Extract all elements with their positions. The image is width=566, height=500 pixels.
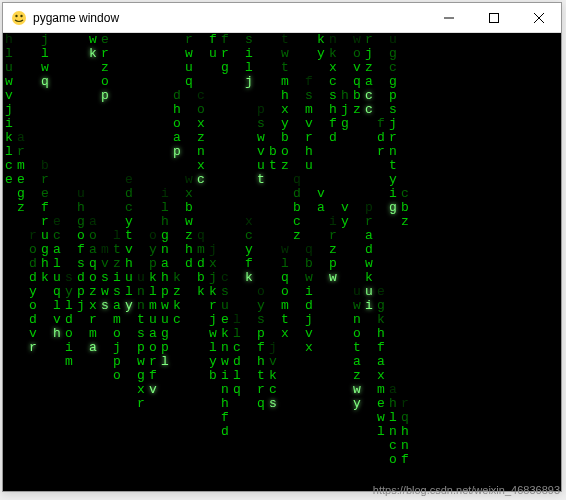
- matrix-char: w: [99, 285, 111, 299]
- matrix-char: o: [255, 285, 267, 299]
- matrix-char: f: [219, 33, 231, 47]
- matrix-column: egkhfaxmewl: [375, 285, 387, 439]
- matrix-char: c: [231, 341, 243, 355]
- matrix-char: n: [219, 383, 231, 397]
- matrix-char: a: [375, 355, 387, 369]
- matrix-char: j: [339, 103, 351, 117]
- matrix-char: u: [123, 271, 135, 285]
- matrix-column: nkxcshfd: [327, 33, 339, 145]
- matrix-column: jvkcs: [267, 341, 279, 411]
- matrix-char: s: [99, 299, 111, 313]
- matrix-char: j: [3, 103, 15, 117]
- matrix-char: l: [39, 47, 51, 61]
- matrix-char: a: [111, 299, 123, 313]
- matrix-column: rqhnf: [399, 397, 411, 467]
- matrix-char: m: [15, 159, 27, 173]
- window-controls: [426, 3, 561, 32]
- matrix-char: z: [291, 229, 303, 243]
- matrix-char: w: [303, 271, 315, 285]
- maximize-button[interactable]: [471, 3, 516, 32]
- matrix-char: z: [279, 159, 291, 173]
- watermark-text: https://blog.csdn.net/weixin_46836893: [373, 484, 560, 496]
- matrix-char: u: [39, 229, 51, 243]
- matrix-char: z: [111, 257, 123, 271]
- matrix-column: wovqbz: [351, 33, 363, 117]
- matrix-column: fu: [207, 33, 219, 61]
- matrix-column: oypklmuaorfv: [147, 229, 159, 397]
- matrix-char: t: [255, 173, 267, 187]
- matrix-char: k: [363, 271, 375, 285]
- matrix-char: z: [351, 103, 363, 117]
- matrix-column: jlwq: [39, 33, 51, 89]
- matrix-column: ecaluqlvh: [51, 215, 63, 341]
- matrix-column: oyspfhtrq: [255, 285, 267, 411]
- matrix-char: d: [183, 257, 195, 271]
- matrix-char: s: [387, 103, 399, 117]
- matrix-char: i: [159, 187, 171, 201]
- matrix-char: t: [279, 61, 291, 75]
- matrix-column: hjg: [339, 89, 351, 131]
- matrix-char: u: [219, 299, 231, 313]
- matrix-char: j: [267, 341, 279, 355]
- matrix-char: s: [99, 271, 111, 285]
- minimize-button[interactable]: [426, 3, 471, 32]
- matrix-column: llcdlq: [231, 313, 243, 397]
- close-button[interactable]: [516, 3, 561, 32]
- matrix-char: r: [15, 145, 27, 159]
- matrix-char: h: [399, 425, 411, 439]
- matrix-char: n: [135, 299, 147, 313]
- matrix-char: u: [351, 285, 363, 299]
- matrix-char: h: [219, 397, 231, 411]
- minimize-icon: [444, 13, 454, 23]
- matrix-char: c: [387, 439, 399, 453]
- app-window: pygame window hluwvjiklcearmegzroddyodvr…: [2, 2, 562, 492]
- matrix-char: h: [279, 89, 291, 103]
- matrix-char: h: [327, 103, 339, 117]
- matrix-char: u: [255, 159, 267, 173]
- matrix-char: n: [135, 285, 147, 299]
- window-title: pygame window: [33, 11, 426, 25]
- matrix-char: p: [135, 341, 147, 355]
- matrix-char: y: [27, 285, 39, 299]
- matrix-char: l: [231, 313, 243, 327]
- matrix-char: o: [99, 75, 111, 89]
- matrix-char: l: [3, 47, 15, 61]
- matrix-char: d: [375, 131, 387, 145]
- titlebar[interactable]: pygame window: [3, 3, 561, 33]
- matrix-column: irzpw: [327, 215, 339, 285]
- matrix-char: l: [159, 201, 171, 215]
- matrix-char: b: [195, 271, 207, 285]
- matrix-char: l: [243, 61, 255, 75]
- matrix-char: d: [303, 299, 315, 313]
- matrix-char: d: [75, 271, 87, 285]
- matrix-char: o: [63, 327, 75, 341]
- matrix-column: wxbwzhd: [183, 173, 195, 271]
- matrix-char: x: [183, 187, 195, 201]
- matrix-char: y: [339, 215, 351, 229]
- matrix-char: c: [399, 187, 411, 201]
- matrix-char: d: [27, 271, 39, 285]
- matrix-char: n: [327, 33, 339, 47]
- matrix-char: t: [279, 33, 291, 47]
- matrix-char: t: [387, 159, 399, 173]
- matrix-column: qmdbk: [195, 229, 207, 299]
- matrix-column: hluwvjiklce: [3, 33, 15, 187]
- matrix-column: wk: [87, 33, 99, 61]
- matrix-char: w: [279, 47, 291, 61]
- matrix-char: v: [255, 145, 267, 159]
- matrix-char: x: [327, 61, 339, 75]
- matrix-column: ugcgpsjrntyig: [387, 33, 399, 215]
- matrix-char: p: [147, 257, 159, 271]
- matrix-char: k: [327, 47, 339, 61]
- matrix-char: l: [231, 327, 243, 341]
- matrix-char: y: [387, 173, 399, 187]
- matrix-char: c: [219, 271, 231, 285]
- matrix-char: k: [207, 285, 219, 299]
- maximize-icon: [489, 13, 499, 23]
- matrix-char: f: [39, 201, 51, 215]
- matrix-char: u: [207, 47, 219, 61]
- matrix-char: c: [171, 313, 183, 327]
- matrix-column: qbwidjvx: [303, 243, 315, 355]
- matrix-char: h: [387, 397, 399, 411]
- matrix-char: q: [279, 271, 291, 285]
